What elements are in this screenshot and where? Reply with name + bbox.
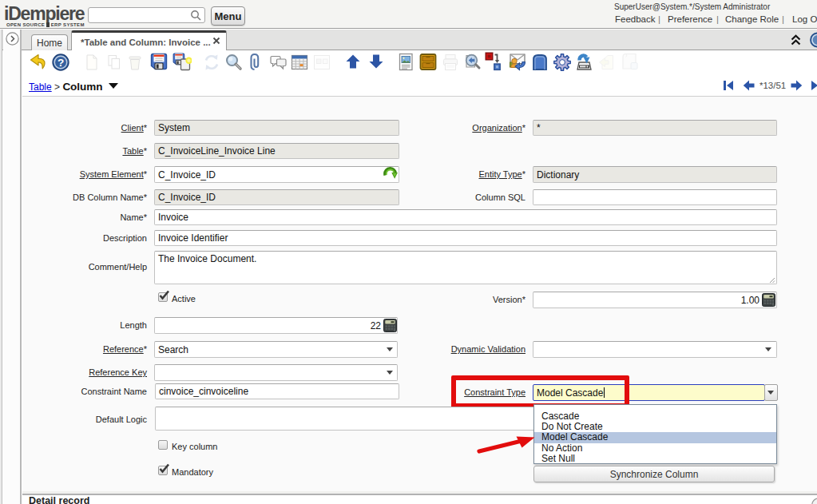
svg-text:?: ?: [58, 57, 64, 69]
